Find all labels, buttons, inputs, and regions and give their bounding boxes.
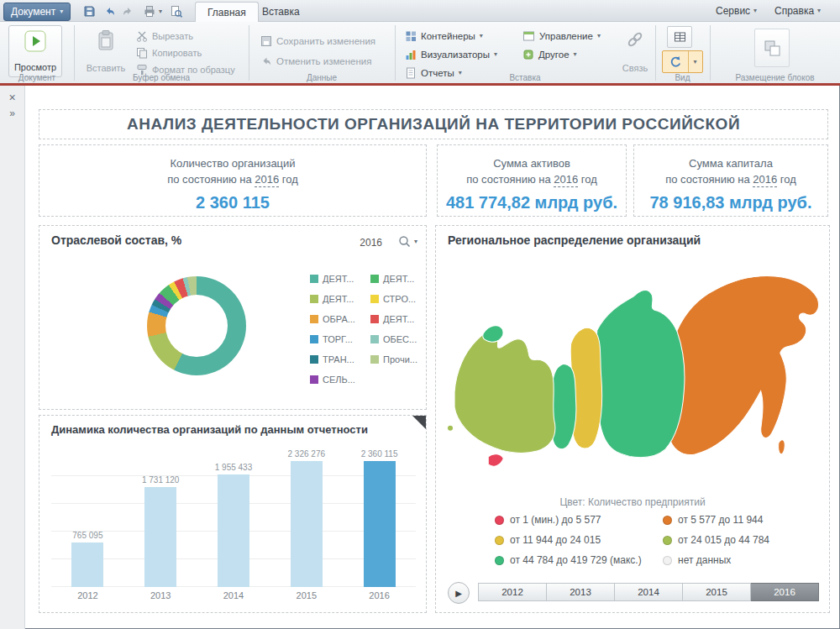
bar-2015[interactable]: [291, 461, 323, 587]
bar-2014[interactable]: [218, 474, 249, 587]
legend-item[interactable]: ДЕЯТ...: [370, 313, 417, 325]
legend-item[interactable]: ОБЕС...: [370, 333, 417, 345]
map-region-sakhalin[interactable]: [779, 440, 785, 454]
expand-icon[interactable]: »: [0, 107, 24, 119]
year-button-2016[interactable]: 2016: [751, 583, 819, 601]
visualizers-button[interactable]: Визуализаторы ▾: [405, 47, 497, 62]
kpi-title-line1: Сумма активов: [493, 157, 570, 170]
redo-button[interactable]: [119, 3, 136, 19]
bar-2016[interactable]: [364, 461, 396, 587]
cut-button[interactable]: Вырезать: [136, 29, 193, 44]
map-region-siberia[interactable]: [596, 290, 685, 457]
bar-2013[interactable]: [144, 487, 176, 587]
bar-column-2013[interactable]: 1 731 120: [124, 449, 197, 587]
bar-column-2014[interactable]: 1 955 433: [197, 449, 270, 587]
copy-button[interactable]: Копировать: [136, 45, 202, 60]
refresh-button[interactable]: [663, 51, 688, 72]
containers-button[interactable]: Контейнеры ▾: [405, 29, 483, 44]
kpi-value: 2 360 115: [39, 193, 426, 212]
legend-label: от 44 784 до 419 729 (макс.): [510, 554, 642, 566]
legend-item[interactable]: ДЕЯТ...: [370, 273, 417, 285]
legend-item[interactable]: ТРАН...: [310, 354, 355, 365]
map-region-kaliningrad[interactable]: [448, 425, 454, 431]
kpi-title-prefix: по состоянию на: [665, 173, 750, 186]
dashboard-title: АНАЛИЗ ДЕЯТЕЛЬНОСТИ ОРГАНИЗАЦИЙ НА ТЕРРИ…: [39, 110, 827, 139]
map-region-volga[interactable]: [551, 364, 575, 449]
legend-item[interactable]: СЕЛЬ...: [310, 374, 355, 385]
legend-item[interactable]: ДЕЯТ...: [310, 273, 355, 285]
legend-item[interactable]: ОБРА...: [310, 313, 355, 325]
map-region-far-east[interactable]: [668, 276, 819, 455]
undo-button[interactable]: [101, 3, 118, 19]
kpi-card-org-count[interactable]: Количество организаций по состоянию на 2…: [39, 144, 427, 217]
legend-item[interactable]: ДЕЯТ...: [310, 293, 355, 305]
print-icon: [143, 5, 156, 18]
print-preview-button[interactable]: [168, 3, 185, 19]
map-legend: от 1 (мин.) до 5 577 от 5 577 до 11 944 …: [495, 510, 769, 570]
x-axis-label-2013: 2013: [124, 590, 197, 600]
save-button[interactable]: [81, 3, 97, 19]
legend-item[interactable]: СТРО...: [370, 293, 417, 305]
kpi-year-link[interactable]: 2016: [753, 173, 777, 187]
legend-label: Прочи...: [383, 354, 417, 364]
kpi-year-link[interactable]: 2016: [554, 173, 578, 187]
print-dropdown[interactable]: ▾: [156, 3, 165, 19]
link-button[interactable]: Связь: [617, 25, 654, 77]
print-button[interactable]: [141, 3, 158, 19]
management-button[interactable]: Управление ▾: [522, 29, 601, 44]
legend-label: ОБРА...: [323, 314, 355, 324]
bar-column-2012[interactable]: 765 095: [51, 449, 124, 587]
legend-item[interactable]: ТОРГ...: [310, 333, 355, 345]
paste-button[interactable]: Вставить: [82, 25, 129, 77]
service-menu[interactable]: Сервис ▾: [716, 0, 757, 22]
kpi-year-link[interactable]: 2016: [255, 173, 279, 187]
legend-label: от 1 (мин.) до 5 577: [510, 514, 601, 526]
legend-item[interactable]: Прочи...: [370, 354, 417, 365]
legend-label: ДЕЯТ...: [383, 314, 414, 324]
kpi-card-assets[interactable]: Сумма активов по состоянию на 2016 год 4…: [437, 144, 627, 217]
ribbon-group-label-document: Документ: [0, 73, 74, 82]
close-icon[interactable]: ×: [0, 91, 24, 104]
tab-insert[interactable]: Вставка: [250, 2, 312, 22]
kpi-card-capital[interactable]: Сумма капитала по состоянию на 2016 год …: [633, 144, 828, 217]
cancel-changes-button[interactable]: Отменить изменения: [260, 54, 372, 69]
other-button[interactable]: Другое ▾: [522, 47, 577, 62]
map-panel[interactable]: Региональное распределение организаций Ц…: [435, 225, 830, 613]
save-changes-button[interactable]: Сохранить изменения: [260, 34, 375, 49]
visualizers-label: Визуализаторы: [421, 50, 490, 60]
refresh-dropdown[interactable]: ▾: [688, 51, 701, 72]
industry-panel[interactable]: Отраслевой состав, % 2016 ▾ ДЕЯТ... ДЕЯТ…: [39, 225, 427, 410]
play-button[interactable]: ▶: [448, 582, 470, 604]
view-table-button[interactable]: [667, 26, 692, 48]
bar-2012[interactable]: [71, 543, 103, 587]
zoom-button[interactable]: ▾: [398, 235, 417, 249]
year-button-2013[interactable]: 2013: [547, 583, 615, 601]
map-region-european[interactable]: [454, 331, 555, 453]
year-button-2012[interactable]: 2012: [478, 583, 547, 601]
cut-label: Вырезать: [152, 31, 193, 41]
industry-year-filter[interactable]: 2016: [360, 237, 382, 249]
chevron-down-icon: ▾: [693, 59, 696, 66]
block-layout-button[interactable]: [754, 29, 790, 67]
map-region-kola[interactable]: [483, 326, 503, 343]
chevron-down-icon: ▾: [753, 8, 757, 14]
industry-donut-chart[interactable]: [147, 276, 246, 375]
russia-map[interactable]: [443, 251, 822, 495]
legend-swatch: [310, 335, 318, 343]
dynamics-panel[interactable]: Динамика количества организаций по данны…: [39, 415, 427, 613]
containers-label: Контейнеры: [421, 31, 475, 41]
help-menu[interactable]: Справка ▾: [774, 0, 821, 22]
dashboard-title-block[interactable]: АНАЛИЗ ДЕЯТЕЛЬНОСТИ ОРГАНИЗАЦИЙ НА ТЕРРИ…: [39, 109, 828, 139]
tab-home[interactable]: Главная: [195, 2, 259, 22]
bar-column-2016[interactable]: 2 360 115: [343, 449, 416, 587]
document-menu-button[interactable]: Документ ▾: [3, 3, 71, 21]
x-axis-label-2014: 2014: [197, 590, 270, 600]
preview-run-button[interactable]: Просмотр: [8, 25, 62, 77]
map-region-crimea[interactable]: [488, 454, 503, 466]
year-button-2015[interactable]: 2015: [683, 583, 751, 601]
year-button-2014[interactable]: 2014: [615, 583, 683, 601]
bar-column-2015[interactable]: 2 326 276: [270, 449, 343, 587]
bar-chart[interactable]: 765 095 1 731 120 1 955 433 2 326 276 2 …: [51, 449, 416, 587]
ribbon-group-label-layout: Размещение блоков: [710, 73, 840, 82]
bar-value-label: 2 326 276: [288, 449, 326, 459]
